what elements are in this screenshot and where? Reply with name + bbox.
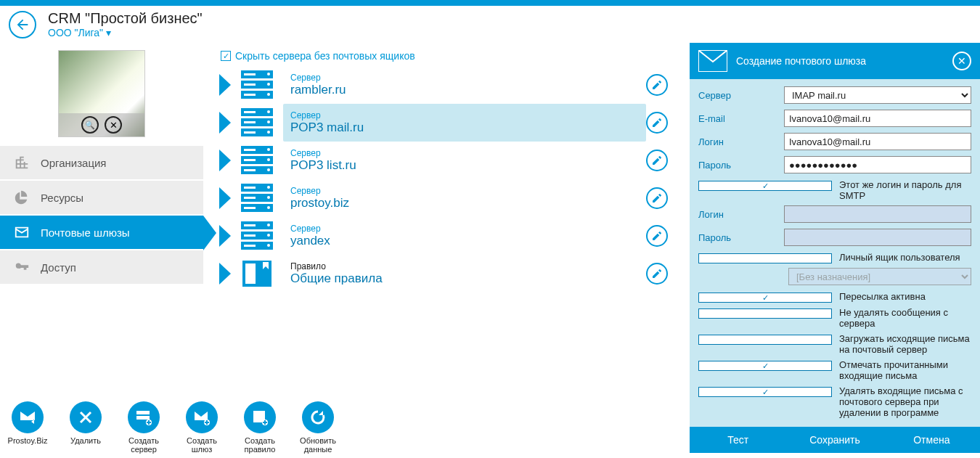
- svg-point-22: [267, 158, 270, 161]
- envelope-share-icon: [19, 409, 36, 426]
- server-row[interactable]: Сервер POP3 list.ru: [211, 142, 690, 179]
- nav-resources[interactable]: Ресурсы: [0, 181, 203, 216]
- no-delete-checkbox[interactable]: Не удалять сообщения с сервера: [698, 307, 971, 329]
- test-button[interactable]: Тест: [690, 427, 786, 453]
- remove-picture-icon[interactable]: [105, 116, 122, 134]
- save-button[interactable]: Сохранить: [786, 427, 883, 453]
- create-gateway-button[interactable]: Создать шлюз: [179, 401, 225, 454]
- edit-button[interactable]: [646, 74, 668, 96]
- zoom-icon[interactable]: [81, 116, 99, 134]
- svg-point-41: [267, 244, 270, 247]
- checkbox-icon: [698, 293, 832, 303]
- svg-rect-35: [244, 207, 256, 209]
- svg-point-39: [267, 224, 270, 226]
- server-row[interactable]: Сервер rambler.ru: [211, 66, 690, 104]
- svg-rect-46: [245, 263, 256, 284]
- svg-point-14: [267, 131, 270, 134]
- cancel-button[interactable]: Отмена: [883, 427, 980, 453]
- nav-access[interactable]: Доступ: [0, 250, 203, 285]
- server-row[interactable]: Сервер yandex: [211, 217, 690, 255]
- side-nav: Организация Ресурсы Почтовые шлюзы Досту…: [0, 146, 203, 285]
- edit-button[interactable]: [646, 150, 668, 171]
- rulebook-plus-icon: [251, 409, 269, 426]
- svg-point-40: [267, 234, 270, 237]
- toolbar-label: Prostoy.Biz: [8, 436, 48, 445]
- toolbar-label: Удалить: [70, 436, 101, 445]
- nav-mail-gateways[interactable]: Почтовые шлюзы: [0, 216, 203, 250]
- row-type-label: Сервер: [290, 224, 646, 234]
- profile-picture: [58, 50, 145, 137]
- svg-rect-24: [244, 149, 256, 151]
- hide-empty-servers-checkbox[interactable]: ✓ Скрыть сервера без почтовых ящиков: [221, 50, 690, 62]
- server-stack-icon: [241, 70, 273, 99]
- smtp-password-input: [784, 229, 971, 246]
- toolbar-label: Создать сервер: [128, 436, 159, 454]
- svg-rect-44: [244, 245, 256, 247]
- server-stack-icon: [241, 146, 273, 175]
- nav-organization[interactable]: Организация: [0, 146, 203, 181]
- upload-outgoing-checkbox[interactable]: Загружать исходящие письма на почтовый с…: [698, 333, 971, 355]
- building-icon: [12, 152, 32, 173]
- pencil-icon: [651, 268, 663, 279]
- panel-body: Сервер IMAP mail.ru E-mail Логин Пароль …: [690, 79, 980, 427]
- expand-arrow-icon[interactable]: [219, 187, 232, 209]
- create-rule-button[interactable]: Создать правило: [237, 401, 283, 454]
- delete-incoming-checkbox[interactable]: Удалять входящие письма с почтового серв…: [698, 385, 971, 418]
- org-selector[interactable]: ООО "Лига" ▾: [48, 27, 203, 38]
- no-delete-label: Не удалять сообщения с сервера: [839, 307, 971, 329]
- forward-active-checkbox[interactable]: Пересылка активна: [698, 291, 971, 303]
- nav-label: Доступ: [41, 261, 76, 274]
- nav-label: Почтовые шлюзы: [41, 226, 130, 239]
- main-content: ✓ Скрыть сервера без почтовых ящиков Сер…: [203, 43, 690, 453]
- back-button[interactable]: [9, 11, 36, 38]
- svg-rect-42: [244, 224, 256, 226]
- personal-box-checkbox[interactable]: Личный ящик пользователя: [698, 252, 971, 263]
- svg-rect-6: [244, 73, 256, 75]
- svg-rect-34: [244, 197, 256, 199]
- pie-chart-icon: [12, 187, 32, 208]
- checkbox-icon: [698, 361, 832, 371]
- edit-button[interactable]: [646, 263, 668, 285]
- close-button[interactable]: ✕: [952, 52, 971, 70]
- rule-row[interactable]: Правило Общие правила: [211, 255, 690, 293]
- svg-rect-43: [244, 234, 256, 237]
- edit-button[interactable]: [646, 112, 668, 134]
- expand-arrow-icon[interactable]: [219, 150, 232, 171]
- email-input[interactable]: [784, 110, 971, 127]
- svg-rect-16: [244, 121, 256, 123]
- create-server-button[interactable]: Создать сервер: [121, 401, 167, 454]
- mark-read-checkbox[interactable]: Отмечать прочитанными входящие письма: [698, 359, 971, 381]
- app-title: CRM "Простой бизнес": [48, 10, 203, 27]
- svg-rect-26: [244, 169, 256, 171]
- smtp-same-checkbox[interactable]: Этот же логин и пароль для SMTP: [698, 179, 971, 201]
- refresh-button[interactable]: Обновить данные: [295, 401, 341, 454]
- row-name: yandex: [290, 234, 646, 248]
- row-name: prostoy.biz: [290, 196, 646, 210]
- server-row[interactable]: Сервер POP3 mail.ru: [211, 104, 690, 142]
- expand-arrow-icon[interactable]: [219, 112, 232, 134]
- pencil-icon: [651, 117, 663, 128]
- envelope-icon: [12, 222, 32, 242]
- server-row[interactable]: Сервер prostoy.biz: [211, 179, 690, 217]
- row-type-label: Правило: [290, 261, 646, 271]
- toolbar-label: Создать правило: [245, 436, 276, 454]
- expand-arrow-icon[interactable]: [219, 225, 232, 247]
- password2-label: Пароль: [698, 232, 778, 243]
- expand-arrow-icon[interactable]: [219, 263, 232, 285]
- password-input[interactable]: [784, 156, 971, 173]
- login-label: Логин: [698, 136, 778, 147]
- edit-button[interactable]: [646, 225, 668, 247]
- server-stack-icon: [241, 108, 273, 137]
- prostoybiz-button[interactable]: Prostoy.Biz: [4, 401, 51, 454]
- checkbox-icon: ✓: [221, 51, 231, 61]
- email-label: E-mail: [698, 113, 778, 124]
- server-list: Сервер rambler.ru Сервер POP3 mail.ru Се: [211, 66, 690, 293]
- server-select[interactable]: IMAP mail.ru: [784, 86, 971, 104]
- hide-empty-servers-label: Скрыть сервера без почтовых ящиков: [235, 50, 415, 62]
- svg-rect-15: [244, 111, 256, 113]
- login-input[interactable]: [784, 133, 971, 150]
- edit-button[interactable]: [646, 187, 668, 209]
- delete-button[interactable]: Удалить: [62, 401, 109, 454]
- expand-arrow-icon[interactable]: [219, 74, 232, 96]
- svg-rect-8: [244, 94, 256, 96]
